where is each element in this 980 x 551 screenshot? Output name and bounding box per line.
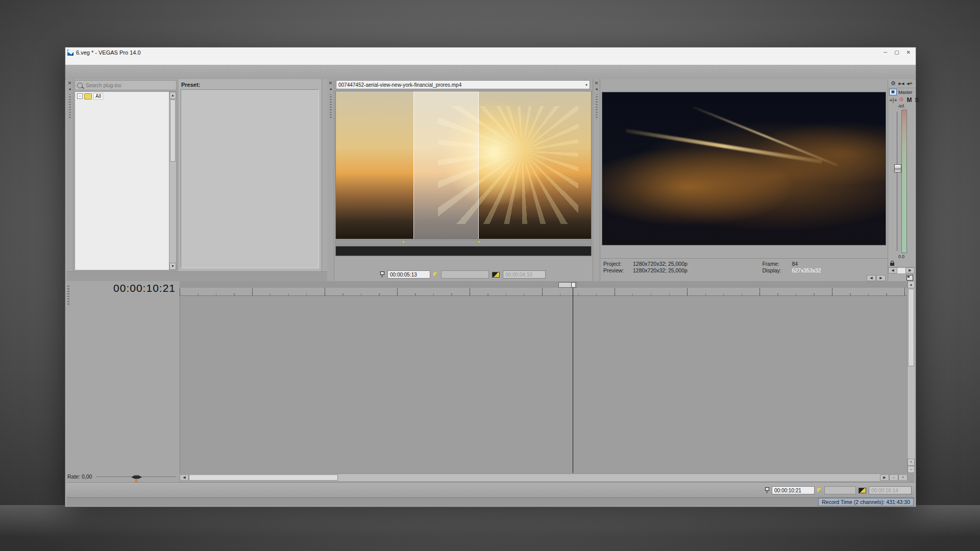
mute-output-icon[interactable]: ◂+ <box>906 80 913 87</box>
scroll-up-icon[interactable]: ▲ <box>908 281 915 288</box>
chevron-down-icon: ▾ <box>585 83 587 87</box>
master-label: Master <box>898 90 913 95</box>
zoom-out-icon[interactable]: – <box>908 466 915 473</box>
preview-video-frame <box>602 92 886 245</box>
cursor-time-readout[interactable]: 00:00:10:21 <box>772 486 815 494</box>
window-title: 6.veg * - VEGAS Pro 14.0 <box>76 49 141 56</box>
window-layout-icon[interactable] <box>906 275 913 281</box>
close-pane-icon[interactable]: ✕ <box>68 81 72 86</box>
collapse-pane-icon[interactable]: ◂ <box>68 87 70 91</box>
marker-icon[interactable]: ▼ <box>477 240 481 244</box>
cursor-pin-icon <box>765 487 769 493</box>
plugin-tree-root[interactable]: – All <box>77 93 169 99</box>
scroll-left-icon[interactable]: ◀ <box>180 474 189 481</box>
project-label: Project: <box>603 261 630 267</box>
playhead[interactable] <box>573 288 573 473</box>
minimize-button[interactable]: ─ <box>884 49 887 55</box>
end-time-readout[interactable]: 00:00:16:14 <box>869 486 912 494</box>
mixer-scrollbar[interactable]: ◀ ▶ <box>888 267 915 274</box>
scroll-thumb[interactable] <box>189 474 338 481</box>
timeline-horizontal-scrollbar[interactable]: ◀ ▶ – + <box>180 473 908 481</box>
trimmer-marker-bar[interactable]: ▼ ▼ <box>335 240 592 245</box>
status-bar: Record Time (2 channels): 431:43:30 <box>66 497 915 506</box>
scroll-thumb[interactable] <box>170 99 176 162</box>
timeline-ruler[interactable] <box>180 288 908 296</box>
title-bar[interactable]: 6.veg * - VEGAS Pro 14.0 ─ ▢ ✕ <box>65 47 916 57</box>
collapse-pane-icon[interactable]: ◂ <box>595 87 597 91</box>
plugin-scrollbar[interactable]: ▲ ▼ <box>169 92 176 270</box>
project-format: 1280x720x32; 25,000p <box>633 261 688 267</box>
search-input[interactable] <box>85 82 174 89</box>
close-pane-icon[interactable]: ✕ <box>329 81 333 86</box>
record-time-status: Record Time (2 channels): 431:43:30 <box>818 498 914 506</box>
timeline-content[interactable] <box>180 281 908 482</box>
master-bus-mixer: ⚙ ▸◂ ◂+ ▣ Master +|+ ⚙ M S -Inf. <box>888 79 915 281</box>
timeline-current-time[interactable]: 00:00:10:21 <box>66 282 176 295</box>
preview-transport <box>600 246 888 258</box>
preview-info: Project:1280x720x32; 25,000p Preview:128… <box>600 258 888 275</box>
desktop-background: 6.veg * - VEGAS Pro 14.0 ─ ▢ ✕ ✕◂ <box>0 0 980 551</box>
preview-format: 1280x720x32; 25,000p <box>633 267 688 273</box>
drag-grip[interactable] <box>69 94 71 118</box>
zoom-out-icon[interactable]: – <box>889 474 898 481</box>
drag-grip[interactable] <box>330 94 332 118</box>
timeline-vertical-scrollbar[interactable]: ▲ + – <box>907 281 915 473</box>
zoom-in-icon[interactable]: + <box>908 459 915 466</box>
playback-rate-control: Rate: 0,00 ◀◆▶ <box>67 472 179 481</box>
plugin-search-row <box>75 80 177 90</box>
plugin-root-label[interactable]: All <box>93 93 103 99</box>
docking-area: ✕◂ – All <box>66 79 915 281</box>
scroll-left-icon[interactable]: ◀ <box>867 275 876 281</box>
fader-handle[interactable] <box>894 164 901 172</box>
preview-video-display[interactable] <box>602 92 886 245</box>
folder-icon <box>84 93 92 99</box>
close-button[interactable]: ✕ <box>906 49 911 55</box>
mixer-settings-icon[interactable]: ⚙ <box>890 80 897 87</box>
trimmer-selection-box[interactable] <box>441 270 489 279</box>
selection-length-icon <box>492 272 500 278</box>
trimmer-pane-grip[interactable]: ✕◂ <box>327 79 334 281</box>
master-db-readout: -Inf. <box>888 104 915 109</box>
selection-box[interactable] <box>824 486 856 494</box>
timeline-marker-bar[interactable] <box>180 281 908 288</box>
downmix-output-icon[interactable]: ▸◂ <box>898 80 905 87</box>
lock-icon[interactable] <box>890 263 894 266</box>
scroll-right-icon[interactable]: ▶ <box>905 267 915 273</box>
insert-fx-icon[interactable]: +|+ <box>889 96 897 104</box>
scroll-thumb[interactable] <box>908 289 914 366</box>
scroll-up-icon[interactable]: ▲ <box>169 92 176 99</box>
media-file-dropdown[interactable]: 007447452-aerial-view-new-york-financial… <box>336 80 590 89</box>
master-mute-button[interactable]: M <box>905 96 913 103</box>
scroll-down-icon[interactable]: ▼ <box>169 263 176 270</box>
menu-bar <box>65 57 916 65</box>
master-solo-button[interactable]: S <box>913 96 921 103</box>
master-bus-icon[interactable]: ▣ <box>889 89 897 95</box>
preview-pane-grip[interactable]: ✕◂ <box>593 79 600 281</box>
trimmer-filmstrip[interactable] <box>335 246 592 256</box>
trimmer-cursor-time[interactable]: 00:00:05:13 <box>387 270 430 279</box>
cursor-pin-icon <box>380 271 384 278</box>
rate-slider[interactable]: ◀◆▶ <box>96 473 176 480</box>
master-fader[interactable] <box>895 110 900 253</box>
trimmer-video-display[interactable] <box>335 91 592 239</box>
playhead-pin[interactable] <box>571 282 576 288</box>
preset-list-box[interactable] <box>181 89 319 268</box>
collapse-pane-icon[interactable]: ◂ <box>329 87 331 91</box>
timeline: 00:00:10:21 Rate: 0,00 ◀◆▶ ▲ + – <box>66 281 915 482</box>
preview-label: Preview: <box>603 267 630 273</box>
maximize-button[interactable]: ▢ <box>894 49 899 55</box>
scroll-right-icon[interactable]: ▶ <box>876 275 886 281</box>
close-pane-icon[interactable]: ✕ <box>595 81 599 86</box>
zoom-in-icon[interactable]: + <box>898 474 908 481</box>
scroll-right-icon[interactable]: ▶ <box>880 474 889 481</box>
scroll-left-icon[interactable]: ◀ <box>888 267 897 273</box>
plugin-pane-grip[interactable]: ✕◂ <box>66 79 74 271</box>
bus-fx-icon[interactable]: ⚙ <box>897 96 905 104</box>
master-meter <box>901 110 907 253</box>
collapse-icon[interactable]: – <box>77 93 83 99</box>
trimmer-selection-length[interactable]: 00:00:04:10 <box>503 270 546 279</box>
marker-icon[interactable]: ▼ <box>401 240 405 244</box>
drag-grip[interactable] <box>596 94 598 118</box>
trimmer-transport <box>334 257 593 269</box>
frame-label: Frame: <box>762 261 789 267</box>
